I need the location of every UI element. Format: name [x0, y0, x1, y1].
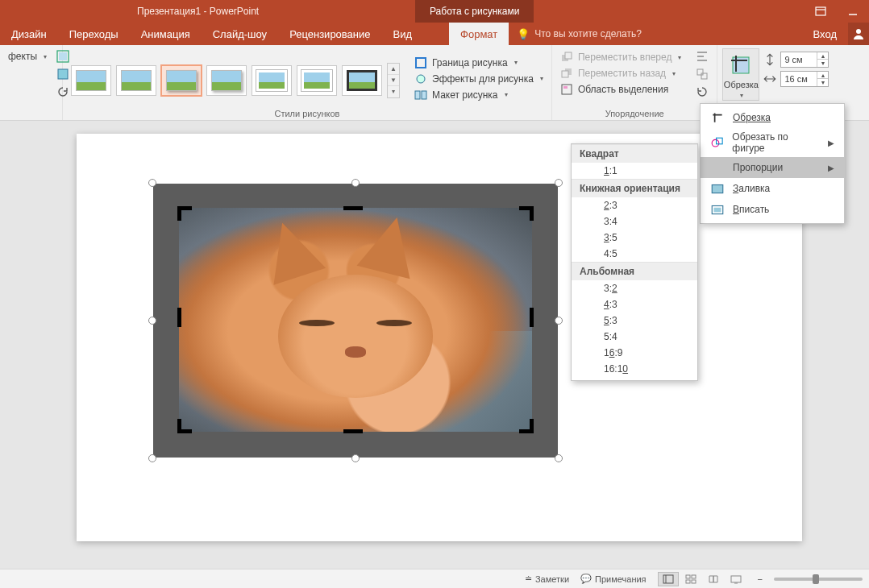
- sel-handle[interactable]: [555, 454, 563, 462]
- tab-design[interactable]: Дизайн: [0, 23, 58, 45]
- tab-review[interactable]: Рецензирование: [278, 23, 381, 45]
- sign-in-link[interactable]: Вход: [802, 23, 848, 45]
- width-input[interactable]: 16 см▲▼: [780, 71, 829, 87]
- gallery-scroll[interactable]: ▲▼▾: [387, 63, 400, 98]
- style-thumb-3[interactable]: [161, 65, 202, 96]
- crop-handle-b[interactable]: [346, 419, 360, 433]
- aspect-16-9[interactable]: 16:9: [572, 345, 697, 361]
- effects-split-button[interactable]: фекты▾: [5, 50, 50, 63]
- crop-handle-l[interactable]: [177, 310, 192, 325]
- sel-handle[interactable]: [555, 317, 563, 325]
- menu-aspect-ratio[interactable]: Пропорции ▶: [701, 157, 844, 178]
- svg-rect-6: [416, 58, 426, 68]
- align-button[interactable]: [692, 48, 712, 64]
- svg-rect-29: [686, 575, 690, 578]
- crop-icon: [710, 110, 725, 125]
- tab-format[interactable]: Формат: [449, 23, 509, 45]
- border-icon: [414, 56, 427, 69]
- sel-handle[interactable]: [351, 179, 360, 187]
- aspect-4-5[interactable]: 4:5: [572, 246, 697, 262]
- zoom-slider[interactable]: [774, 578, 863, 581]
- aspect-header-portrait: Книжная ориентация: [572, 179, 697, 197]
- selection-pane-button[interactable]: Область выделения: [557, 82, 684, 97]
- picture-layout-button[interactable]: Макет рисунка▾: [411, 88, 547, 102]
- sel-handle[interactable]: [148, 317, 156, 325]
- menu-crop[interactable]: Обрезка: [701, 107, 844, 128]
- aspect-3-5[interactable]: 3:5: [572, 230, 697, 246]
- crop-handle-tr[interactable]: [519, 206, 534, 221]
- sel-handle[interactable]: [148, 179, 156, 187]
- group-button[interactable]: [692, 66, 712, 82]
- aspect-3-2[interactable]: 3:2: [572, 280, 697, 296]
- style-thumb-4[interactable]: [206, 65, 247, 96]
- normal-view-button[interactable]: [658, 572, 679, 586]
- picture-styles-gallery[interactable]: ▲▼▾: [68, 58, 403, 98]
- aspect-2-3[interactable]: 2:3: [572, 197, 697, 213]
- svg-point-7: [417, 75, 425, 83]
- rotate-button[interactable]: [692, 84, 712, 100]
- aspect-1-1[interactable]: 1:1: [572, 163, 697, 179]
- crop-handle-tl[interactable]: [177, 206, 192, 221]
- aspect-header-square: Квадрат: [572, 144, 697, 163]
- style-thumb-7[interactable]: [342, 65, 382, 96]
- selected-picture[interactable]: [153, 184, 558, 458]
- send-backward-button[interactable]: Переместить назад▾: [557, 66, 684, 81]
- tab-view[interactable]: Вид: [382, 23, 424, 45]
- tab-slideshow[interactable]: Слайд-шоу: [202, 23, 278, 45]
- crop-button[interactable]: Обрезка▾: [722, 48, 759, 101]
- aspect-ratio-submenu: Квадрат 1:1 Книжная ориентация 2:3 3:4 3…: [571, 143, 698, 381]
- aspect-16-10[interactable]: 16:10: [572, 361, 697, 377]
- contextual-tab-title: Работа с рисунками: [415, 0, 534, 23]
- aspect-4-3[interactable]: 4:3: [572, 296, 697, 313]
- notes-icon: ≐: [525, 574, 532, 584]
- svg-rect-32: [692, 580, 696, 583]
- sel-handle[interactable]: [148, 454, 156, 462]
- sel-handle[interactable]: [351, 454, 360, 462]
- svg-rect-27: [663, 575, 673, 583]
- svg-rect-14: [562, 85, 572, 94]
- crop-handle-bl[interactable]: [177, 419, 192, 433]
- tab-animation[interactable]: Анимация: [130, 23, 202, 45]
- account-icon[interactable]: [848, 23, 869, 45]
- svg-rect-30: [692, 575, 696, 578]
- picture-border-button[interactable]: Граница рисунка▾: [411, 56, 547, 70]
- send-backward-icon: [560, 67, 573, 80]
- svg-rect-13: [562, 71, 568, 77]
- menu-fit[interactable]: Вписать: [701, 199, 844, 220]
- slideshow-view-button[interactable]: [726, 572, 746, 586]
- menu-fill-rest: аливка: [738, 183, 770, 194]
- reading-view-button[interactable]: [703, 572, 724, 586]
- aspect-3-4[interactable]: 3:4: [572, 213, 697, 230]
- svg-rect-24: [712, 185, 723, 193]
- minimize-button[interactable]: [837, 0, 869, 23]
- height-icon: [763, 52, 777, 67]
- picture-effects-button[interactable]: Эффекты для рисунка▾: [411, 72, 547, 86]
- style-thumb-2[interactable]: [116, 65, 156, 96]
- crop-handle-t[interactable]: [346, 206, 360, 221]
- bring-forward-icon: [560, 51, 573, 64]
- sorter-view-button[interactable]: [680, 572, 701, 586]
- crop-handle-br[interactable]: [519, 419, 534, 433]
- notes-button[interactable]: ≐Заметки: [525, 574, 569, 584]
- style-thumb-5[interactable]: [252, 65, 292, 96]
- submenu-arrow-icon: ▶: [828, 164, 834, 172]
- svg-rect-0: [816, 7, 825, 15]
- crop-handle-r[interactable]: [519, 310, 534, 325]
- crop-region[interactable]: [179, 208, 532, 432]
- sel-handle[interactable]: [555, 179, 563, 187]
- menu-crop-to-shape[interactable]: Обрезать по фигуре ▶: [701, 128, 844, 157]
- ribbon-display-options-icon[interactable]: [805, 0, 837, 23]
- zoom-out-button[interactable]: −: [758, 574, 763, 584]
- height-input[interactable]: 9 см▲▼: [780, 52, 829, 68]
- style-thumb-1[interactable]: [71, 65, 111, 96]
- fill-icon: [710, 181, 725, 196]
- tell-me-search[interactable]: 💡 Что вы хотите сделать?: [509, 23, 650, 45]
- group-label-styles: Стили рисунков: [68, 107, 547, 118]
- bring-forward-button[interactable]: Переместить вперед▾: [557, 50, 684, 64]
- tab-transitions[interactable]: Переходы: [58, 23, 130, 45]
- menu-fill[interactable]: Заливка: [701, 178, 844, 199]
- style-thumb-6[interactable]: [297, 65, 337, 96]
- comments-button[interactable]: 💬Примечания: [580, 574, 647, 584]
- aspect-5-3[interactable]: 5:3: [572, 313, 697, 329]
- aspect-5-4[interactable]: 5:4: [572, 329, 697, 345]
